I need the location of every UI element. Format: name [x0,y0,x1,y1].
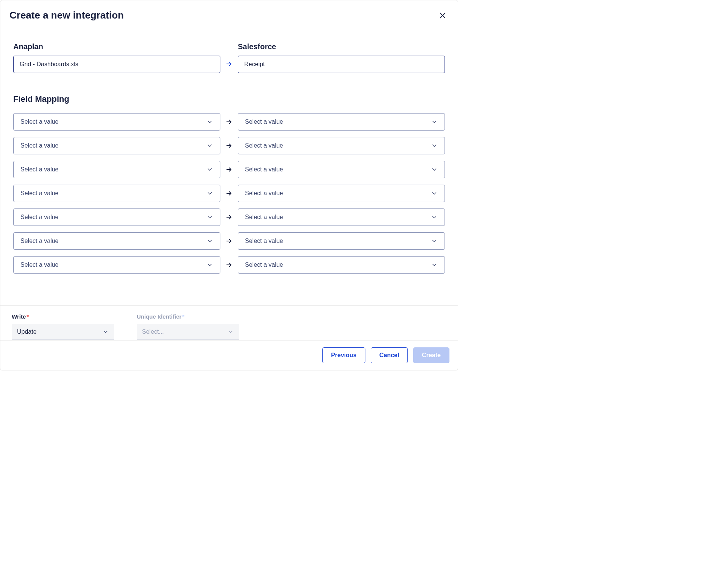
mapping-source-select[interactable]: Select a value [13,137,220,154]
modal-footer: Previous Cancel Create [0,340,458,370]
unique-id-select[interactable]: Select... [137,324,239,340]
chevron-down-icon [431,238,438,244]
mapping-row: Select a valueSelect a value [13,137,445,154]
chevron-down-icon [206,142,213,149]
mapping-target-value: Select a value [245,166,283,173]
create-button[interactable]: Create [413,347,449,363]
arrow-right-icon [226,238,232,244]
target-value: Receipt [244,61,265,67]
mapping-target-value: Select a value [245,118,283,125]
source-label: Anaplan [13,42,220,51]
target-column: Salesforce Receipt [238,42,445,73]
mapping-target-select[interactable]: Select a value [238,161,445,178]
mapping-row: Select a valueSelect a value [13,113,445,131]
mapping-target-value: Select a value [245,261,283,268]
cancel-button[interactable]: Cancel [371,347,408,363]
close-icon [438,11,447,20]
required-indicator-disabled: * [182,313,184,320]
mapping-target-value: Select a value [245,142,283,149]
target-value-box[interactable]: Receipt [238,56,445,73]
mapping-row: Select a valueSelect a value [13,208,445,226]
mapping-source-value: Select a value [20,118,59,125]
source-column: Anaplan Grid - Dashboards.xls [13,42,220,73]
unique-id-field: Unique Identifier* Select... [137,313,239,340]
integration-modal: Create a new integration Anaplan Grid - … [0,0,458,370]
previous-button[interactable]: Previous [322,347,365,363]
mapping-row: Select a valueSelect a value [13,232,445,250]
mapping-arrow [226,238,232,244]
mapping-arrow [226,118,232,125]
chevron-down-icon [206,118,213,125]
arrow-right-icon [226,166,232,173]
mapping-target-value: Select a value [245,214,283,221]
write-select[interactable]: Update [12,324,114,340]
mapping-arrow [226,166,232,173]
chevron-down-icon [206,238,213,244]
modal-title: Create a new integration [9,9,124,21]
mapping-source-value: Select a value [20,190,59,197]
mapping-source-select[interactable]: Select a value [13,161,220,178]
mapping-arrow [226,261,232,268]
mapping-source-select[interactable]: Select a value [13,256,220,274]
mapping-target-select[interactable]: Select a value [238,185,445,202]
chevron-down-icon [206,261,213,268]
arrow-right-icon [226,118,232,125]
mapping-target-select[interactable]: Select a value [238,137,445,154]
source-value-box[interactable]: Grid - Dashboards.xls [13,56,220,73]
mapping-source-value: Select a value [20,142,59,149]
chevron-down-icon [431,190,438,197]
unique-id-label: Unique Identifier* [137,313,239,320]
mapping-arrow [226,214,232,221]
source-value: Grid - Dashboards.xls [20,61,78,67]
mapping-source-value: Select a value [20,238,59,244]
arrow-right-icon [226,142,232,149]
chevron-down-icon [431,142,438,149]
chevron-down-icon [103,329,109,335]
chevron-down-icon [431,261,438,268]
arrow-right-icon [226,261,232,268]
mapping-target-select[interactable]: Select a value [238,256,445,274]
modal-header: Create a new integration [0,0,458,26]
arrow-right-icon [226,190,232,197]
write-field: Write* Update [12,313,114,340]
chevron-down-icon [431,166,438,173]
mapping-target-value: Select a value [245,190,283,197]
mapping-source-value: Select a value [20,261,59,268]
mapping-source-select[interactable]: Select a value [13,232,220,250]
mapping-arrow [226,190,232,197]
mapping-source-select[interactable]: Select a value [13,208,220,226]
arrow-right-icon [226,61,232,67]
required-indicator: * [27,313,29,320]
field-mapping-list: Select a valueSelect a valueSelect a val… [13,113,445,280]
source-target-row: Anaplan Grid - Dashboards.xls Salesforce… [13,42,445,73]
mapping-row: Select a valueSelect a value [13,161,445,178]
mapping-source-value: Select a value [20,214,59,221]
mapping-target-select[interactable]: Select a value [238,232,445,250]
mapping-arrow [226,142,232,149]
target-label: Salesforce [238,42,445,51]
chevron-down-icon [431,214,438,221]
write-label: Write* [12,313,114,320]
mapping-target-select[interactable]: Select a value [238,113,445,131]
field-mapping-title: Field Mapping [13,94,445,104]
chevron-down-icon [206,214,213,221]
modal-content: Anaplan Grid - Dashboards.xls Salesforce… [0,26,458,305]
chevron-down-icon [431,118,438,125]
mapping-row: Select a valueSelect a value [13,256,445,274]
close-button[interactable] [438,11,447,20]
mapping-row: Select a valueSelect a value [13,185,445,202]
chevron-down-icon [206,166,213,173]
write-value: Update [17,328,37,335]
source-arrow [226,55,232,73]
mapping-target-value: Select a value [245,238,283,244]
mapping-source-select[interactable]: Select a value [13,113,220,131]
chevron-down-icon [206,190,213,197]
mapping-target-select[interactable]: Select a value [238,208,445,226]
unique-id-placeholder: Select... [142,328,164,335]
options-bar: Write* Update Unique Identifier* Select.… [0,305,458,340]
mapping-source-value: Select a value [20,166,59,173]
arrow-right-icon [226,214,232,221]
chevron-down-icon [228,329,234,335]
mapping-source-select[interactable]: Select a value [13,185,220,202]
